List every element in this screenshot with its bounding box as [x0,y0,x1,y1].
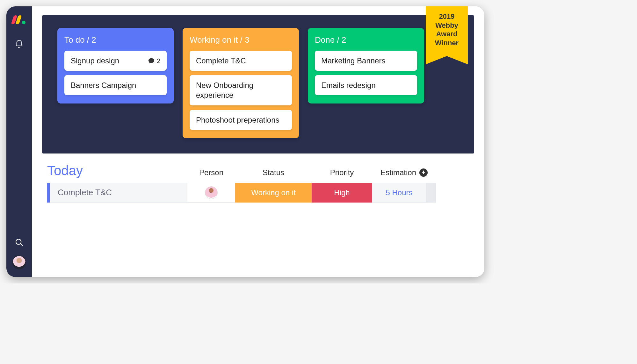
card[interactable]: Banners Campaign [64,75,167,95]
column-header: To do / 2 [64,35,167,45]
row-task-name[interactable]: Complete T&C [50,183,187,203]
svg-point-0 [16,239,21,244]
card-title: Banners Campaign [71,80,136,90]
add-column-button[interactable]: + [419,168,428,177]
ribbon-text: Webby [428,21,465,30]
app-window: 2019 Webby Award Winner To do / 2 Signup… [6,6,484,277]
row-end-cell [426,183,436,203]
column-header: Done / 2 [315,35,417,45]
row-estimation-cell[interactable]: 5 Hours [372,183,426,203]
main-content: 2019 Webby Award Winner To do / 2 Signup… [32,6,484,277]
card[interactable]: New Onboarding experience [190,75,292,105]
card-comments[interactable]: 2 [148,57,160,65]
assignee-avatar[interactable] [205,186,218,199]
card-title: Photoshoot preperations [196,115,279,125]
card-title: Marketing Banners [321,56,385,66]
col-header-status: Status [235,168,312,177]
column-todo[interactable]: To do / 2 Signup design 2 Banners Campai… [57,28,174,103]
search-icon[interactable] [14,238,24,248]
col-header-priority: Priority [312,168,372,177]
today-section: Today Person Status Priority Estimation … [32,161,484,203]
col-header-person: Person [187,168,235,177]
monday-logo-icon [12,15,26,24]
ribbon-text: Award [428,30,465,39]
col-header-estimation: Estimation + [372,168,436,177]
card-title: New Onboarding experience [196,80,286,100]
today-header-row: Today Person Status Priority Estimation … [47,163,469,178]
column-done[interactable]: Done / 2 Marketing Banners Emails redesi… [308,28,424,103]
award-ribbon: 2019 Webby Award Winner [426,6,468,56]
sidebar [6,6,32,277]
row-status-cell[interactable]: Working on it [235,183,312,203]
column-header: Working on it / 3 [190,35,292,45]
card[interactable]: Emails redesign [315,75,417,95]
ribbon-text: Winner [428,39,465,47]
comment-icon [148,57,155,64]
user-avatar[interactable] [12,255,26,269]
card[interactable]: Photoshoot preperations [190,110,292,130]
card-title: Complete T&C [196,56,246,66]
card[interactable]: Signup design 2 [64,51,167,71]
svg-line-1 [21,244,23,246]
card-title: Signup design [71,56,119,66]
row-person-cell[interactable] [187,183,235,203]
today-title: Today [47,163,187,178]
card-title: Emails redesign [321,80,376,90]
table-row[interactable]: Complete T&C Working on it High 5 Hours [47,183,469,203]
row-priority-cell[interactable]: High [312,183,372,203]
column-working[interactable]: Working on it / 3 Complete T&C New Onboa… [183,28,299,138]
card[interactable]: Complete T&C [190,51,292,71]
card[interactable]: Marketing Banners [315,51,417,71]
row-accent [47,183,50,203]
kanban-board: To do / 2 Signup design 2 Banners Campai… [42,15,474,153]
notifications-icon[interactable] [14,39,24,50]
ribbon-text: 2019 [428,12,465,21]
comment-count: 2 [157,57,160,65]
